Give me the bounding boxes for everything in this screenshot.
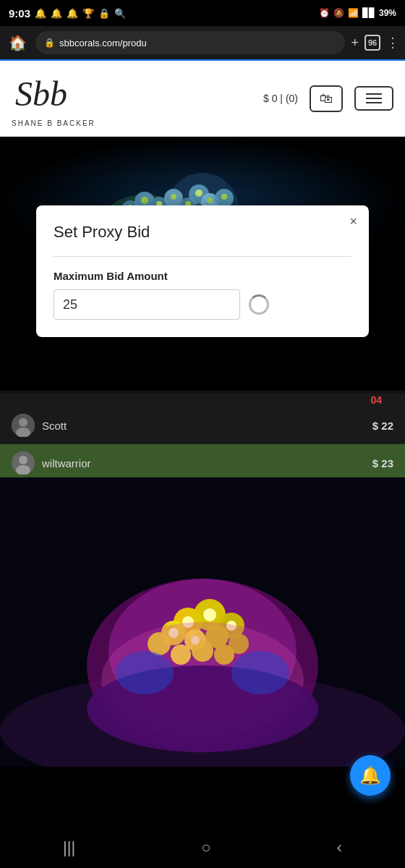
menu-button[interactable]	[354, 86, 393, 111]
svg-point-33	[19, 456, 27, 464]
modal-title: Set Proxy Bid	[54, 223, 351, 242]
cart-button[interactable]: 🛍	[310, 85, 343, 112]
add-tab-button[interactable]: +	[351, 35, 359, 51]
nav-recent-button[interactable]: |||	[63, 838, 75, 857]
browser-bar: 🏠 🔒 sbbcorals.com/produ + 96 ⋮	[0, 26, 405, 61]
mute-icon: 🔕	[333, 8, 344, 18]
alarm-icon: ⏰	[319, 8, 330, 18]
svg-point-18	[207, 197, 213, 203]
battery-label: 39%	[379, 8, 396, 18]
svg-text:Sbb: Sbb	[15, 75, 67, 113]
bid-row-scott: Scott $ 22	[0, 407, 405, 444]
status-left: 9:03 🔔 🔔 🔔 🏆 🔒 🔍	[9, 7, 126, 20]
notification-fab[interactable]: 🔔	[350, 755, 391, 796]
signal-icon: ▊▊	[362, 8, 375, 18]
modal-divider	[54, 256, 351, 257]
svg-point-15	[171, 194, 176, 200]
status-bar: 9:03 🔔 🔔 🔔 🏆 🔒 🔍 ⏰ 🔕 📶 ▊▊ 39%	[0, 0, 405, 26]
logo-script: Sbb	[12, 69, 95, 118]
tab-count[interactable]: 96	[364, 35, 380, 51]
cart-info: $ 0 | (0)	[263, 93, 298, 104]
coral-bottom-svg	[0, 477, 405, 767]
nav-home-button[interactable]: ○	[201, 838, 210, 857]
loading-spinner	[249, 294, 269, 315]
modal-overlay: × Set Proxy Bid Maximum Bid Amount	[0, 205, 405, 393]
coral-bottom-image	[0, 477, 405, 767]
countdown-timer: 04	[370, 394, 393, 406]
url-text: sbbcorals.com/produ	[59, 38, 147, 48]
android-nav-bar: ||| ○ ‹	[0, 827, 405, 868]
wifi-icon: 📶	[348, 8, 359, 18]
logo-svg: Sbb	[12, 69, 84, 113]
status-time: 9:03	[9, 7, 30, 20]
bidder-avatar-wiltwarrior	[12, 451, 35, 475]
notification-icon: 🔔	[35, 8, 46, 19]
status-right: ⏰ 🔕 📶 ▊▊ 39%	[319, 8, 396, 18]
notification-icon-3: 🔔	[67, 8, 78, 19]
bid-amount-scott: $ 22	[372, 420, 393, 432]
proxy-bid-modal: × Set Proxy Bid Maximum Bid Amount	[36, 205, 369, 337]
bid-amount-wiltwarrior: $ 23	[372, 457, 393, 469]
bidder-name-wiltwarrior: wiltwarrior	[42, 457, 365, 469]
hamburger-line-2	[366, 98, 382, 99]
svg-point-51	[203, 608, 216, 621]
home-button[interactable]: 🏠	[6, 31, 30, 54]
logo-subtext: SHANE B BACKER	[12, 119, 95, 127]
bidder-avatar-scott	[12, 414, 35, 437]
hamburger-line-3	[366, 102, 382, 103]
svg-point-58	[231, 651, 289, 694]
svg-point-57	[116, 651, 174, 694]
field-label: Maximum Bid Amount	[54, 270, 351, 282]
header-right: $ 0 | (0) 🛍	[263, 85, 393, 112]
field-row	[54, 289, 351, 320]
svg-point-13	[141, 197, 148, 204]
svg-point-30	[19, 418, 27, 427]
site-logo: Sbb SHANE B BACKER	[12, 69, 95, 127]
lock-status-icon: 🔒	[98, 8, 110, 19]
nav-back-button[interactable]: ‹	[337, 838, 342, 857]
address-bar[interactable]: 🔒 sbbcorals.com/produ	[35, 31, 345, 54]
bidder-name-scott: Scott	[42, 420, 365, 432]
hamburger-line-1	[366, 93, 382, 95]
bell-icon: 🔔	[359, 765, 381, 786]
notification-icon-2: 🔔	[51, 8, 62, 19]
svg-point-19	[221, 194, 227, 200]
lock-icon: 🔒	[44, 38, 55, 48]
trophy-icon: 🏆	[82, 8, 94, 19]
modal-close-button[interactable]: ×	[349, 214, 357, 229]
browser-actions: + 96 ⋮	[351, 35, 399, 51]
bid-row-wiltwarrior: wiltwarrior $ 23	[0, 444, 405, 482]
search-status-icon: 🔍	[114, 8, 126, 19]
max-bid-input[interactable]	[54, 289, 240, 320]
site-header: Sbb SHANE B BACKER $ 0 | (0) 🛍	[0, 61, 405, 137]
svg-point-17	[195, 190, 202, 197]
more-options-button[interactable]: ⋮	[386, 35, 399, 51]
